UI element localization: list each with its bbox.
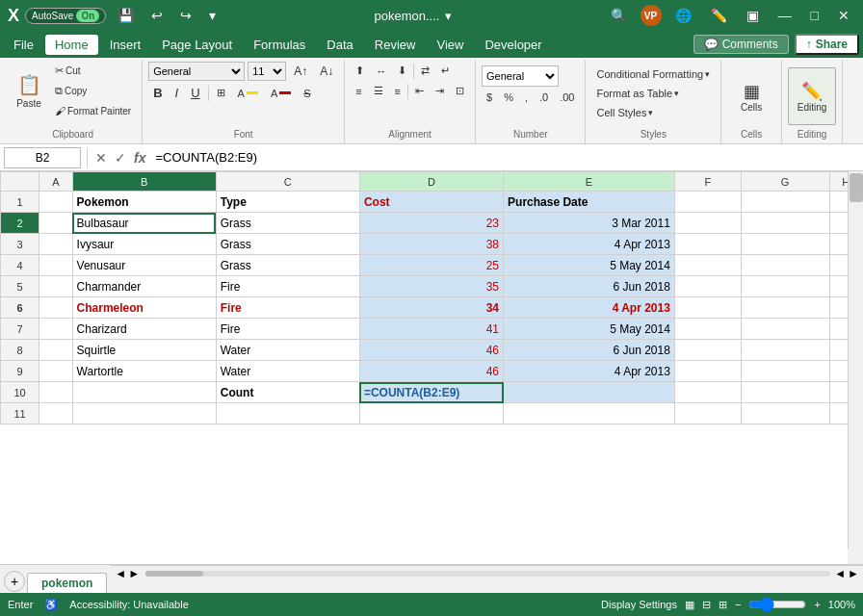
- underline-button[interactable]: U: [186, 83, 204, 103]
- align-right-button[interactable]: ≡: [390, 83, 405, 100]
- row-header-7[interactable]: 7: [1, 319, 39, 340]
- bold-button[interactable]: B: [148, 83, 167, 103]
- editing-button[interactable]: ✏️ Editing: [788, 67, 836, 125]
- cut-button[interactable]: ✂Cut: [50, 62, 136, 80]
- align-center-button[interactable]: ☰: [369, 82, 388, 100]
- cell-C8[interactable]: Water: [216, 340, 359, 361]
- h-scroll-right-arrow[interactable]: ►: [848, 567, 859, 580]
- cell-B10[interactable]: [72, 382, 216, 403]
- menu-review[interactable]: Review: [365, 35, 426, 55]
- zoom-in-icon[interactable]: +: [814, 599, 820, 610]
- cell-C3[interactable]: Grass: [216, 234, 359, 255]
- menu-file[interactable]: File: [4, 35, 43, 55]
- vertical-scrollbar[interactable]: [848, 171, 863, 549]
- add-sheet-button[interactable]: +: [4, 571, 25, 592]
- cell-styles-button[interactable]: Cell Styles: [591, 104, 715, 121]
- cells-button[interactable]: ▦ Cells: [727, 67, 775, 125]
- row-header-10[interactable]: 10: [1, 382, 39, 403]
- cell-F8[interactable]: [674, 340, 741, 361]
- cell-B4[interactable]: Venusaur: [72, 255, 216, 276]
- cell-A6[interactable]: [39, 297, 72, 319]
- undo-button[interactable]: ↩: [145, 6, 169, 25]
- cell-C4[interactable]: Grass: [216, 255, 359, 276]
- cell-C10[interactable]: Count: [216, 382, 359, 403]
- cell-D11[interactable]: [359, 403, 503, 424]
- cell-E4[interactable]: 5 May 2014: [504, 255, 675, 276]
- cell-F9[interactable]: [674, 361, 741, 382]
- title-dropdown-icon[interactable]: ▾: [445, 9, 452, 23]
- cell-D10[interactable]: =COUNTA(B2:E9): [359, 382, 503, 403]
- align-bottom-button[interactable]: ⬇: [393, 62, 411, 80]
- increase-decimal-button[interactable]: .00: [555, 89, 579, 106]
- comma-button[interactable]: ,: [520, 89, 533, 106]
- cell-B7[interactable]: Charizard: [72, 319, 216, 340]
- cell-F1[interactable]: [674, 192, 741, 213]
- row-header-9[interactable]: 9: [1, 361, 39, 382]
- align-left-button[interactable]: ≡: [351, 83, 366, 100]
- view-page-layout-icon[interactable]: ⊟: [702, 599, 711, 611]
- pen-icon[interactable]: ✏️: [705, 6, 733, 25]
- cell-D5[interactable]: 35: [359, 276, 503, 297]
- cell-F6[interactable]: [674, 297, 741, 319]
- cell-A5[interactable]: [39, 276, 72, 297]
- increase-font-button[interactable]: A↑: [289, 62, 312, 81]
- cell-D9[interactable]: 46: [359, 361, 503, 382]
- cell-A2[interactable]: [39, 213, 72, 234]
- decrease-decimal-button[interactable]: .0: [535, 89, 553, 106]
- row-header-2[interactable]: 2: [1, 213, 39, 234]
- cell-B2[interactable]: Bulbasaur: [72, 213, 216, 234]
- cell-C6[interactable]: Fire: [216, 297, 359, 319]
- format-painter-button[interactable]: 🖌Format Painter: [50, 102, 136, 119]
- increase-indent-button[interactable]: ⇥: [431, 82, 449, 100]
- cell-G7[interactable]: [741, 319, 829, 340]
- cell-F11[interactable]: [674, 403, 741, 424]
- italic-button[interactable]: I: [170, 83, 184, 103]
- cell-F5[interactable]: [674, 276, 741, 297]
- row-header-8[interactable]: 8: [1, 340, 39, 361]
- cell-B6[interactable]: Charmeleon: [72, 297, 216, 319]
- scroll-right-button[interactable]: ►: [128, 567, 140, 580]
- maximize-button[interactable]: □: [805, 6, 824, 25]
- cell-E7[interactable]: 5 May 2014: [504, 319, 675, 340]
- cell-G1[interactable]: [741, 192, 829, 213]
- cell-D4[interactable]: 25: [359, 255, 503, 276]
- wrap-text-button[interactable]: ↵: [436, 62, 455, 80]
- row-header-4[interactable]: 4: [1, 255, 39, 276]
- cell-E9[interactable]: 4 Apr 2013: [504, 361, 675, 382]
- row-header-6[interactable]: 6: [1, 297, 39, 319]
- col-header-D[interactable]: D: [359, 172, 503, 192]
- menu-data[interactable]: Data: [317, 35, 362, 55]
- display-settings-button[interactable]: Display Settings: [601, 599, 677, 610]
- cell-G6[interactable]: [741, 297, 829, 319]
- cell-G2[interactable]: [741, 213, 829, 234]
- horizontal-scrollbar[interactable]: ◄ ► ◄ ►: [111, 565, 863, 580]
- cell-D7[interactable]: 41: [359, 319, 503, 340]
- share-button[interactable]: ↑ Share: [795, 34, 859, 55]
- menu-home[interactable]: Home: [45, 35, 98, 55]
- menu-view[interactable]: View: [427, 35, 473, 55]
- menu-page-layout[interactable]: Page Layout: [152, 35, 242, 55]
- cell-E2[interactable]: 3 Mar 2011: [504, 213, 675, 234]
- row-header-11[interactable]: 11: [1, 403, 39, 424]
- font-size-select[interactable]: 11 10 12 14: [248, 62, 286, 81]
- comments-button[interactable]: 💬 Comments: [693, 35, 789, 54]
- cell-C5[interactable]: Fire: [216, 276, 359, 297]
- save-button[interactable]: 💾: [112, 6, 140, 25]
- cell-A10[interactable]: [39, 382, 72, 403]
- analyze-data-button[interactable]: 📊 Analyze Data: [849, 67, 863, 125]
- cell-F10[interactable]: [674, 382, 741, 403]
- row-header-1[interactable]: 1: [1, 192, 39, 213]
- decrease-indent-button[interactable]: ⇤: [410, 82, 429, 100]
- menu-insert[interactable]: Insert: [100, 35, 151, 55]
- col-header-G[interactable]: G: [741, 172, 829, 192]
- text-direction-button[interactable]: ⇄: [416, 62, 434, 80]
- search-button[interactable]: 🔍: [605, 6, 633, 25]
- cell-G4[interactable]: [741, 255, 829, 276]
- col-header-C[interactable]: C: [216, 172, 359, 192]
- formula-input[interactable]: [151, 147, 859, 168]
- copy-button[interactable]: ⧉Copy: [50, 82, 136, 100]
- font-family-select[interactable]: General Calibri Arial: [148, 62, 245, 81]
- autosave-toggle[interactable]: AutoSave On: [25, 8, 106, 24]
- cell-A1[interactable]: [39, 192, 72, 213]
- cell-B3[interactable]: Ivysaur: [72, 234, 216, 255]
